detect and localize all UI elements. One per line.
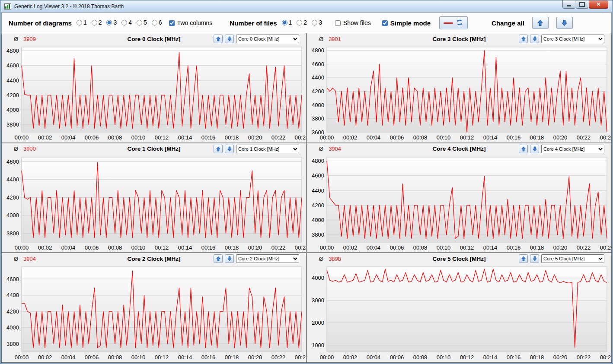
svg-text:00:06: 00:06 (85, 134, 99, 141)
svg-text:00:00: 00:00 (320, 244, 334, 251)
move-up-button[interactable] (519, 254, 528, 263)
panel-header: Ø 3904 Core 4 Clock [MHz] Core 4 Clock [… (307, 143, 611, 155)
arrow-down-icon (227, 146, 232, 152)
files-radio-1[interactable]: 1 (282, 19, 292, 26)
svg-text:3800: 3800 (312, 115, 324, 122)
arrow-up-icon (216, 36, 220, 41)
move-up-button[interactable] (214, 254, 223, 263)
two-columns-checkbox[interactable]: Two columns (169, 19, 213, 26)
move-down-button[interactable] (225, 254, 234, 263)
chart-panel: Ø 3909 Core 0 Clock [MHz] Core 0 Clock [… (2, 33, 306, 142)
panel-header: Ø 3900 Core 1 Clock [MHz] Core 1 Clock [… (2, 143, 306, 155)
svg-text:00:16: 00:16 (201, 354, 216, 361)
minimize-button[interactable] (562, 0, 575, 9)
move-down-button[interactable] (225, 145, 234, 153)
files-radio-1-label: 1 (289, 19, 292, 26)
simple-mode-checkbox-input[interactable] (382, 20, 388, 26)
move-down-button[interactable] (225, 35, 234, 43)
svg-text:00:12: 00:12 (460, 244, 474, 251)
diagrams-radio-3-input[interactable] (106, 20, 112, 25)
files-radio-1-input[interactable] (282, 20, 287, 25)
svg-text:00:06: 00:06 (390, 244, 404, 251)
move-up-button[interactable] (214, 35, 223, 43)
close-button[interactable]: ✕ (589, 0, 608, 9)
chart-panel: Ø 3900 Core 1 Clock [MHz] Core 1 Clock [… (2, 143, 306, 253)
diagrams-radio-4-input[interactable] (121, 20, 127, 25)
chart-area: 4600440042004000380000:0000:0200:0400:06… (2, 264, 306, 362)
average-value: 3904 (23, 256, 36, 262)
svg-text:00:00: 00:00 (15, 354, 29, 361)
diagrams-radio-2-input[interactable] (92, 20, 97, 25)
channel-select[interactable]: Core 2 Clock [MHz] (236, 254, 299, 263)
svg-text:00:14: 00:14 (483, 134, 498, 141)
change-all-up-button[interactable] (532, 17, 549, 29)
move-up-button[interactable] (519, 35, 528, 43)
files-radio-2-input[interactable] (297, 20, 302, 25)
move-down-button[interactable] (530, 35, 539, 43)
diagrams-radio-2[interactable]: 2 (92, 19, 102, 26)
show-files-checkbox[interactable]: Show files (335, 19, 371, 26)
svg-text:00:20: 00:20 (248, 244, 262, 251)
diagrams-radio-1-input[interactable] (77, 20, 82, 25)
svg-text:00:06: 00:06 (390, 354, 404, 361)
channel-select[interactable]: Core 3 Clock [MHz] (541, 35, 604, 43)
simple-mode-checkbox[interactable]: Simple mode (382, 19, 431, 27)
svg-text:2000: 2000 (312, 320, 324, 326)
channel-select[interactable]: Core 5 Clock [MHz] (541, 254, 604, 263)
panel-header: Ø 3909 Core 0 Clock [MHz] Core 0 Clock [… (2, 33, 306, 44)
svg-text:00:24: 00:24 (295, 134, 306, 141)
move-up-button[interactable] (519, 145, 528, 153)
svg-text:4800: 4800 (6, 47, 19, 54)
svg-text:4000: 4000 (312, 275, 324, 282)
svg-text:00:12: 00:12 (155, 244, 169, 251)
svg-text:00:24: 00:24 (600, 244, 611, 251)
svg-text:4200: 4200 (6, 92, 19, 98)
files-radio-3-input[interactable] (312, 20, 317, 25)
svg-text:00:18: 00:18 (225, 244, 239, 251)
svg-text:00:16: 00:16 (507, 134, 521, 141)
change-all-down-button[interactable] (556, 17, 573, 29)
svg-text:4000: 4000 (312, 102, 324, 108)
svg-text:00:14: 00:14 (483, 354, 498, 361)
chart-area: 480046004400420040003800360000:0000:0200… (307, 44, 611, 142)
diagrams-radio-3[interactable]: 3 (106, 19, 117, 26)
app-window: Generic Log Viewer 3.2 - © 2018 Thomas B… (0, 0, 613, 364)
maximize-button[interactable] (576, 0, 588, 9)
channel-select[interactable]: Core 0 Clock [MHz] (236, 35, 299, 43)
panel-controls: Core 0 Clock [MHz] (214, 35, 299, 43)
channel-select[interactable]: Core 4 Clock [MHz] (541, 145, 604, 153)
move-down-button[interactable] (530, 254, 539, 263)
line-style-refresh-button[interactable] (439, 16, 468, 29)
svg-text:00:20: 00:20 (248, 134, 262, 141)
svg-text:00:20: 00:20 (553, 134, 568, 141)
average-symbol: Ø (14, 256, 18, 262)
svg-text:00:22: 00:22 (577, 134, 591, 141)
svg-text:00:20: 00:20 (248, 354, 262, 361)
two-columns-checkbox-input[interactable] (169, 20, 175, 26)
diagrams-radio-5[interactable]: 5 (137, 19, 147, 26)
svg-text:00:12: 00:12 (460, 354, 474, 361)
channel-select[interactable]: Core 1 Clock [MHz] (236, 145, 299, 153)
diagrams-radio-4[interactable]: 4 (121, 19, 132, 26)
files-radio-2[interactable]: 2 (297, 19, 307, 26)
svg-text:00:08: 00:08 (108, 134, 122, 141)
show-files-checkbox-input[interactable] (335, 20, 341, 26)
svg-text:4600: 4600 (312, 61, 324, 67)
svg-text:00:02: 00:02 (343, 244, 358, 251)
diagrams-radio-5-label: 5 (144, 19, 147, 26)
diagrams-radio-group: 123456 (72, 19, 162, 27)
panel-controls: Core 3 Clock [MHz] (519, 35, 604, 43)
average-value: 3898 (329, 256, 341, 262)
diagrams-label: Number of diagrams (9, 19, 72, 27)
diagrams-radio-6-input[interactable] (152, 20, 157, 25)
files-radio-2-label: 2 (303, 19, 307, 26)
average-value: 3900 (23, 146, 36, 152)
svg-text:00:02: 00:02 (38, 354, 52, 361)
move-up-button[interactable] (214, 145, 223, 153)
svg-text:00:18: 00:18 (225, 134, 239, 141)
move-down-button[interactable] (530, 145, 539, 153)
diagrams-radio-5-input[interactable] (137, 20, 142, 25)
files-radio-3[interactable]: 3 (312, 19, 322, 26)
diagrams-radio-6[interactable]: 6 (152, 19, 162, 26)
diagrams-radio-1[interactable]: 1 (77, 19, 87, 26)
